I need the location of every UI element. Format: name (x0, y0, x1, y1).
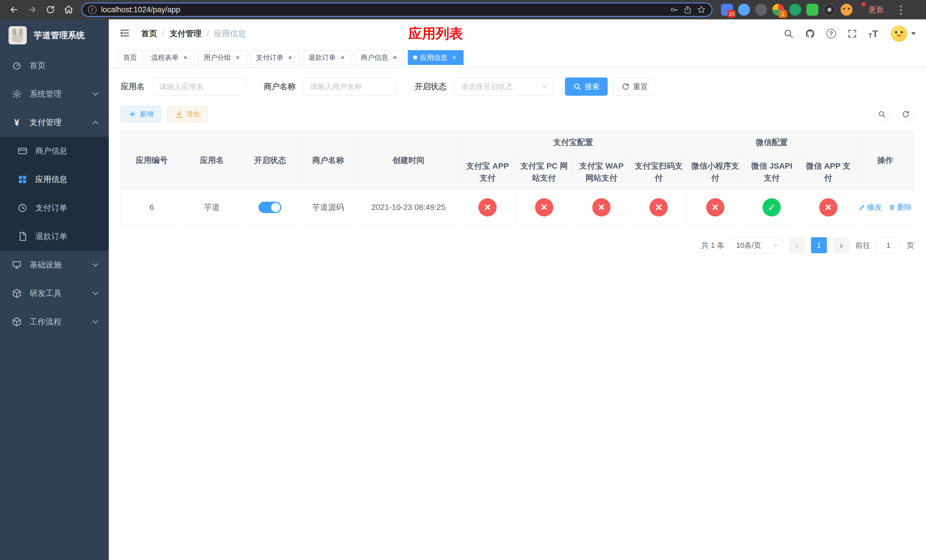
sidebar-item-label: 工作流程 (30, 316, 62, 327)
app-title: 芋道管理系统 (33, 30, 85, 41)
tab-home[interactable]: 首页 (118, 50, 142, 65)
extension-icon[interactable] (806, 4, 819, 16)
show-search-button[interactable] (874, 106, 890, 123)
active-dot-icon (413, 56, 417, 59)
column-header: 支付宝扫码支付 (631, 154, 687, 190)
cell-status (242, 190, 299, 225)
extension-icon[interactable]: 1 (772, 4, 784, 16)
pin-extension-icon[interactable] (823, 4, 835, 16)
app-name-input[interactable] (152, 77, 246, 96)
sidebar-item-payment[interactable]: 支付管理 (0, 108, 109, 137)
browser-update-button[interactable]: 更新 (863, 2, 890, 17)
font-size-icon[interactable] (869, 28, 878, 39)
cell-created-at: 2021-10-23 08:49:25 (357, 190, 459, 225)
extension-icon[interactable] (789, 4, 801, 16)
address-bar[interactable]: localhost:1024/pay/app (82, 3, 713, 17)
close-icon[interactable] (234, 53, 242, 62)
browser-home-button[interactable] (61, 2, 76, 17)
sidebar-item-label: 支付订单 (35, 203, 67, 213)
sidebar-item-merchant-info[interactable]: 商户信息 (0, 137, 109, 165)
refresh-table-button[interactable] (897, 106, 914, 123)
page-number-button[interactable]: 1 (811, 237, 827, 253)
pagination-total: 共 1 条 (701, 241, 725, 250)
tab-refund-orders[interactable]: 退款订单 (303, 50, 352, 65)
sidebar-item-label: 系统管理 (30, 89, 62, 100)
prev-page-button[interactable] (789, 237, 805, 253)
page-size-select[interactable]: 10条/页 (731, 237, 782, 253)
sidebar-item-pay-orders[interactable]: 支付订单 (0, 194, 109, 222)
table-toolbar: 新增 导出 (121, 106, 914, 123)
tab-pay-orders[interactable]: 支付订单 (251, 50, 300, 65)
breadcrumb-separator: / (207, 29, 209, 38)
close-icon[interactable] (450, 53, 458, 62)
extension-icon[interactable] (755, 4, 767, 16)
tab-merchant-info[interactable]: 商户信息 (356, 50, 404, 65)
breadcrumb-current: 应用信息 (214, 28, 246, 39)
gear-icon (11, 89, 22, 100)
extension-icon[interactable] (738, 4, 750, 16)
reset-button[interactable]: 重置 (613, 77, 656, 96)
goto-prefix: 前往 (855, 241, 870, 250)
merchant-name-input[interactable] (303, 77, 397, 96)
status-select[interactable]: 请选择开启状态 (454, 77, 553, 96)
help-icon[interactable] (826, 29, 836, 38)
password-key-icon[interactable] (669, 5, 679, 14)
close-icon[interactable] (391, 53, 399, 62)
column-header: 支付宝 WAP 网站支付 (572, 154, 631, 190)
status-select-placeholder: 请选择开启状态 (461, 82, 513, 92)
tab-user-group[interactable]: 用户分组 (198, 50, 247, 65)
edit-button[interactable]: 修改 (858, 202, 882, 212)
breadcrumb-home[interactable]: 首页 (141, 28, 157, 39)
user-menu[interactable] (891, 25, 916, 42)
add-button[interactable]: 新增 (121, 106, 161, 122)
sidebar-item-refund-orders[interactable]: 退款订单 (0, 222, 109, 251)
bookmark-star-icon[interactable] (697, 5, 706, 14)
avatar[interactable] (891, 25, 907, 42)
chevron-down-icon (92, 318, 98, 324)
column-header: 支付宝 APP 支付 (459, 154, 516, 190)
apps-table: 应用编号 应用名 开启状态 商户名称 创建时间 支付宝配置 微信配置 操作 支付… (121, 130, 914, 225)
fullscreen-icon[interactable] (847, 28, 858, 39)
search-button[interactable]: 搜索 (565, 77, 608, 96)
sidebar-item-label: 首页 (30, 60, 45, 71)
delete-button[interactable]: 删除 (889, 202, 912, 212)
extension-icon[interactable]: 10 (721, 4, 733, 16)
sidebar-item-home[interactable]: 首页 (0, 51, 109, 80)
sidebar-item-app-info[interactable]: 应用信息 (0, 165, 109, 194)
browser-back-button[interactable] (6, 2, 22, 17)
caret-down-icon (911, 32, 916, 35)
cell-app-id: 6 (121, 190, 183, 225)
tab-app-info[interactable]: 应用信息 (408, 50, 464, 65)
browser-reload-button[interactable] (43, 2, 58, 17)
config-status-icon (592, 198, 610, 216)
sidebar-item-dev-tools[interactable]: 研发工具 (0, 279, 109, 308)
close-icon[interactable] (286, 53, 294, 62)
goto-page-input[interactable] (876, 237, 900, 253)
github-icon[interactable] (805, 28, 816, 39)
sidebar-item-system[interactable]: 系统管理 (0, 80, 109, 108)
plus-icon (129, 110, 136, 118)
sidebar-item-infrastructure[interactable]: 基础设施 (0, 251, 109, 279)
tab-process-form[interactable]: 流程表单 (146, 50, 195, 65)
url-text[interactable]: localhost:1024/pay/app (101, 5, 665, 14)
site-info-icon[interactable] (88, 5, 97, 14)
search-icon[interactable] (783, 28, 794, 39)
status-toggle[interactable] (259, 202, 281, 213)
share-icon[interactable] (683, 5, 692, 14)
sidebar-toggle-icon[interactable] (119, 27, 132, 40)
cell-merchant: 芋道源码 (299, 190, 357, 225)
sidebar-item-workflow[interactable]: 工作流程 (0, 308, 109, 336)
browser-forward-button[interactable] (24, 2, 40, 17)
browser-menu-icon[interactable] (895, 3, 906, 16)
close-icon[interactable] (339, 53, 346, 62)
next-page-button[interactable] (833, 237, 849, 253)
breadcrumb-section[interactable]: 支付管理 (170, 28, 201, 39)
column-header: 支付宝 PC 网站支付 (516, 154, 572, 190)
app-name-label: 应用名 (121, 81, 145, 92)
column-header: 创建时间 (357, 131, 459, 190)
export-button[interactable]: 导出 (168, 106, 208, 122)
extension-badge: 1 (779, 10, 787, 18)
emoji-extension-icon[interactable] (841, 4, 853, 16)
column-header: 微信 APP 支付 (800, 154, 856, 190)
close-icon[interactable] (182, 53, 189, 62)
